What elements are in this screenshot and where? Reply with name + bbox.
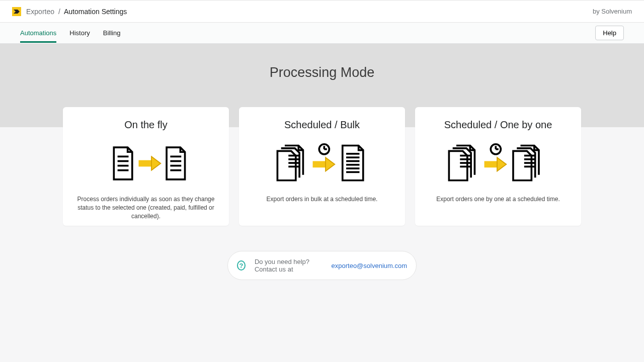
scheduled-bulk-illustration-icon <box>249 142 395 185</box>
breadcrumb: Exporteo / Automation Settings <box>26 8 127 16</box>
card-scheduled-bulk[interactable]: Scheduled / Bulk <box>239 107 405 226</box>
processing-mode-cards: On the fly Process orders individually a… <box>0 107 644 226</box>
card-title: Scheduled / One by one <box>425 119 571 131</box>
svg-rect-4 <box>138 160 152 167</box>
tab-automations[interactable]: Automations <box>20 23 56 43</box>
svg-rect-16 <box>313 161 327 167</box>
scheduled-onebyone-illustration-icon <box>425 142 571 185</box>
svg-rect-30 <box>485 161 498 167</box>
card-title: Scheduled / Bulk <box>249 119 395 131</box>
breadcrumb-page: Automation Settings <box>64 8 127 16</box>
card-scheduled-one-by-one[interactable]: Scheduled / One by one <box>415 107 581 226</box>
help-prompt-text: Do you need help? Contact us at <box>255 258 332 273</box>
help-button[interactable]: Help <box>595 26 624 40</box>
help-email-link[interactable]: exporteo@solvenium.com <box>332 262 407 269</box>
breadcrumb-sep: / <box>58 8 60 16</box>
card-description: Process orders individually as soon as t… <box>73 195 219 220</box>
card-description: Export orders in bulk at a scheduled tim… <box>249 195 395 204</box>
on-the-fly-illustration-icon <box>73 142 219 185</box>
breadcrumb-app[interactable]: Exporteo <box>26 8 54 16</box>
card-on-the-fly[interactable]: On the fly Process orders individually a… <box>63 107 229 226</box>
page-heading: Processing Mode <box>0 65 644 80</box>
card-title: On the fly <box>73 119 219 131</box>
top-bar: Exporteo / Automation Settings by Solven… <box>0 0 644 23</box>
tab-bar: Automations History Billing Help <box>0 23 644 44</box>
question-icon: ? <box>237 260 246 270</box>
tab-history[interactable]: History <box>69 23 90 43</box>
app-logo-icon <box>12 7 21 16</box>
vendor-label: by Solvenium <box>593 8 632 15</box>
help-contact-pill: ? Do you need help? Contact us at export… <box>227 251 417 280</box>
card-description: Export orders one by one at a scheduled … <box>425 195 571 204</box>
tab-billing[interactable]: Billing <box>103 23 121 43</box>
